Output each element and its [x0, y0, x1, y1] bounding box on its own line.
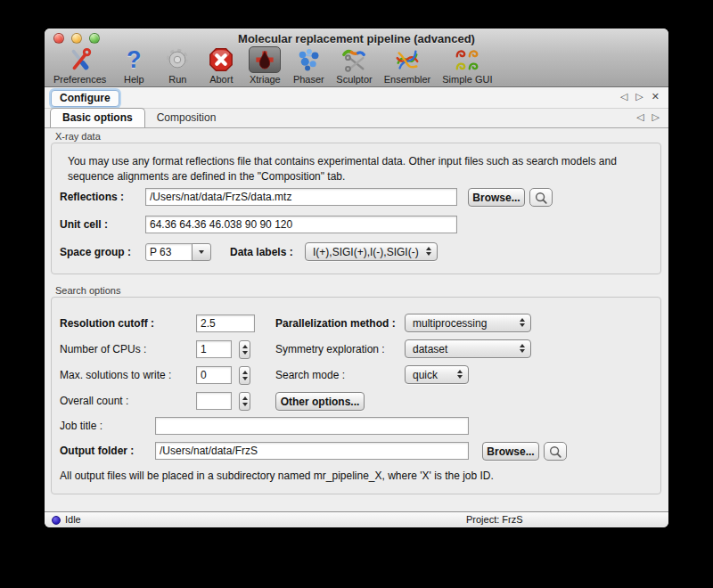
- search-group-label: Search options: [55, 285, 120, 296]
- max-solutions-input[interactable]: [196, 366, 232, 384]
- xray-group-label: X-ray data: [55, 131, 101, 142]
- ensembler-icon: [391, 46, 423, 73]
- reflections-browse-button[interactable]: Browse...: [468, 188, 525, 207]
- toolbar-item-label: Abort: [209, 74, 233, 85]
- search-mode-value: quick: [413, 369, 438, 381]
- toolbar-item-label: Preferences: [53, 74, 106, 85]
- space-group-input[interactable]: [145, 243, 193, 261]
- toolbar-item-sculptor[interactable]: Sculptor: [336, 46, 372, 85]
- cpus-stepper[interactable]: [239, 340, 250, 359]
- content-panel: X-ray data You may use any format reflec…: [45, 128, 668, 511]
- toolbar-item-label: Simple GUI: [442, 74, 492, 85]
- notebook-row: Configure ◁▷✕: [45, 87, 668, 109]
- tab-forward-icon[interactable]: ▷: [652, 111, 660, 122]
- cpus-input[interactable]: [196, 340, 232, 358]
- toolbar-item-preferences[interactable]: Preferences: [53, 46, 106, 85]
- search-mode-label: Search mode :: [275, 369, 345, 381]
- popup-stepper-icon: [426, 247, 431, 256]
- abort-icon: [205, 46, 237, 73]
- toolbar-item-label: Run: [168, 74, 186, 85]
- output-folder-search-icon[interactable]: [544, 442, 567, 461]
- desktop-background: Molecular replacement pipeline (advanced…: [0, 0, 713, 588]
- parallelization-method-value: multiprocessing: [413, 317, 487, 330]
- tab-basic-options[interactable]: Basic options: [50, 108, 145, 127]
- output-folder-browse-button[interactable]: Browse...: [482, 442, 539, 461]
- project-label: Project: FrzS: [466, 514, 523, 525]
- status-indicator-icon: [52, 516, 61, 525]
- window-title: Molecular replacement pipeline (advanced…: [45, 32, 668, 45]
- job-title-input[interactable]: [155, 417, 469, 435]
- job-title-label: Job title :: [60, 420, 102, 432]
- overall-count-stepper[interactable]: [239, 392, 250, 411]
- nav-forward-icon[interactable]: ▷: [635, 91, 643, 102]
- space-group-dropdown-button[interactable]: [192, 243, 211, 261]
- toolbar-item-phaser[interactable]: Phaser: [292, 46, 324, 85]
- xtriage-icon: [250, 46, 280, 73]
- phaser-icon: [292, 46, 324, 73]
- status-text: Idle: [65, 514, 81, 525]
- search-mode-popup[interactable]: quick: [405, 365, 469, 384]
- reflections-input[interactable]: [145, 188, 457, 206]
- output-footer-note: All output files will be placed in a sub…: [60, 470, 494, 482]
- resolution-cutoff-label: Resolution cutoff :: [60, 317, 154, 330]
- symmetry-exploration-value: dataset: [413, 343, 447, 355]
- output-folder-input[interactable]: [155, 442, 469, 460]
- tab-composition[interactable]: Composition: [145, 109, 228, 127]
- toolbar-item-ensembler[interactable]: Ensembler: [384, 46, 431, 85]
- toolbar-item-help[interactable]: ? Help: [118, 46, 150, 85]
- help-icon: ?: [118, 46, 150, 73]
- popup-stepper-icon: [520, 344, 525, 353]
- max-solutions-stepper[interactable]: [239, 366, 250, 385]
- overall-count-label: Overall count :: [60, 395, 128, 407]
- toolbar-item-label: Ensembler: [384, 74, 431, 85]
- preferences-icon: [64, 46, 96, 73]
- popup-stepper-icon: [520, 318, 525, 327]
- data-labels-label: Data labels :: [230, 246, 293, 258]
- search-group-box: Resolution cutoff : Parallelization meth…: [51, 297, 661, 494]
- toolbar: Preferences ? Help Run: [45, 48, 668, 87]
- parallelization-method-label: Parallelization method :: [275, 317, 396, 330]
- overall-count-input[interactable]: [196, 392, 232, 410]
- sculptor-icon: [338, 46, 370, 73]
- reflections-label: Reflections :: [60, 191, 124, 203]
- other-options-button[interactable]: Other options...: [275, 392, 365, 411]
- popup-stepper-icon: [457, 370, 463, 379]
- max-solutions-label: Max. solutions to write :: [60, 369, 171, 381]
- title-bar: Molecular replacement pipeline (advanced…: [45, 29, 668, 48]
- toolbar-item-label: Phaser: [293, 74, 324, 85]
- toolbar-item-label: Sculptor: [336, 74, 372, 85]
- toolbar-item-label: Xtriage: [250, 74, 281, 85]
- space-group-label: Space group :: [60, 246, 131, 258]
- chevron-down-icon: [199, 250, 204, 254]
- data-labels-value: I(+),SIGI(+),I(-),SIGI(-): [313, 246, 419, 258]
- xray-description: You may use any format reflections file …: [68, 154, 645, 184]
- toolbar-item-run[interactable]: Run: [161, 46, 193, 85]
- simple-gui-icon: [451, 46, 483, 73]
- unit-cell-label: Unit cell :: [60, 218, 108, 231]
- symmetry-exploration-label: Symmetry exploration :: [275, 343, 385, 355]
- output-folder-label: Output folder :: [60, 445, 134, 457]
- run-gear-icon: [161, 46, 193, 73]
- toolbar-item-label: Help: [124, 74, 144, 85]
- toolbar-item-abort[interactable]: Abort: [205, 46, 237, 85]
- toolbar-item-xtriage[interactable]: Xtriage: [249, 46, 281, 85]
- xray-group-box: You may use any format reflections file …: [51, 143, 661, 274]
- reflections-search-icon[interactable]: [529, 188, 553, 207]
- tab-strip: Basic options Composition ◁▷: [45, 109, 668, 128]
- app-window: Molecular replacement pipeline (advanced…: [45, 29, 668, 527]
- tab-back-icon[interactable]: ◁: [636, 111, 643, 122]
- nav-back-icon[interactable]: ◁: [620, 91, 627, 102]
- window-chrome: Molecular replacement pipeline (advanced…: [45, 29, 668, 87]
- unit-cell-input[interactable]: [145, 216, 457, 233]
- nav-close-icon[interactable]: ✕: [652, 91, 660, 102]
- toolbar-item-simple-gui[interactable]: Simple GUI: [442, 46, 492, 85]
- resolution-cutoff-input[interactable]: [196, 314, 255, 332]
- data-labels-popup[interactable]: I(+),SIGI(+),I(-),SIGI(-): [305, 242, 438, 261]
- cpus-label: Number of CPUs :: [60, 343, 146, 355]
- xtriage-selected-tile: [249, 46, 281, 73]
- status-bar: Idle Project: FrzS: [45, 511, 668, 527]
- symmetry-exploration-popup[interactable]: dataset: [405, 339, 531, 358]
- tab-configure[interactable]: Configure: [51, 90, 119, 107]
- parallelization-method-popup[interactable]: multiprocessing: [405, 314, 531, 332]
